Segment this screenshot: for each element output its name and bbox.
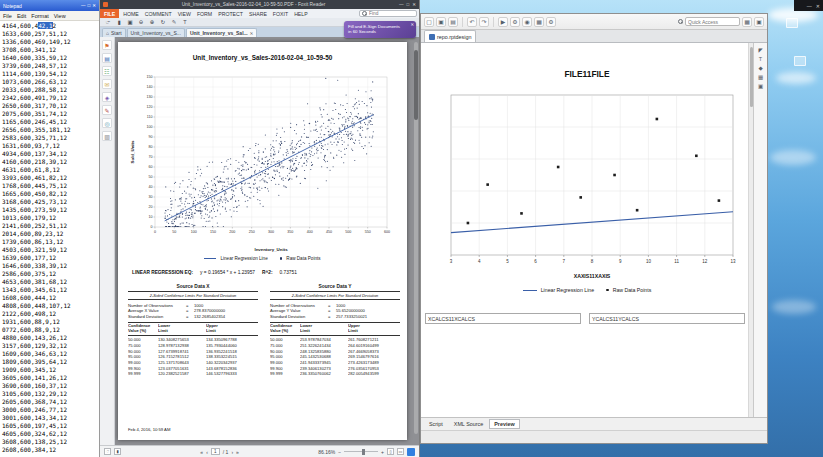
redo-icon[interactable]: ↷ [479, 17, 489, 27]
typewriter-icon[interactable]: T [181, 18, 189, 26]
page-number-input[interactable]: 1 [211, 448, 220, 455]
desktop-icon[interactable] [794, 56, 806, 66]
desktop-icon[interactable] [786, 18, 798, 28]
prev-page-button[interactable]: ‹ [206, 449, 208, 455]
comments-panel-icon[interactable]: ✉ [102, 79, 112, 89]
quick-access-input[interactable] [685, 17, 740, 26]
document-tab[interactable]: Unit_Inventory_vs_Sal...✕ [186, 28, 257, 37]
select-text-icon[interactable]: ▮ [115, 18, 123, 26]
zoom-out-button[interactable]: − [338, 449, 341, 455]
clipboard-panel-icon[interactable]: ▥ [102, 131, 112, 141]
zoom-slider[interactable] [344, 451, 378, 453]
debug-icon[interactable]: ⚙ [510, 17, 520, 27]
toolbar-separator [462, 17, 463, 27]
select-tool-icon[interactable]: ▮ [114, 448, 121, 455]
close-icon[interactable]: ✕ [410, 22, 414, 28]
shapes-tool-icon[interactable]: ◆ [758, 65, 762, 71]
undo-icon[interactable]: ↶ [467, 17, 477, 27]
settings-icon[interactable]: ⚙ [546, 17, 556, 27]
ycalcs-field[interactable]: YCALCS11YCALCS [589, 313, 745, 324]
close-icon[interactable]: ✕ [92, 3, 96, 8]
text-tool-icon[interactable]: T [759, 56, 762, 62]
document-tab[interactable]: ⌂Start [102, 28, 126, 37]
mode-tab-xml-source[interactable]: XML Source [449, 419, 488, 429]
print-icon[interactable]: ▤ [448, 17, 458, 27]
last-page-button[interactable]: » [236, 449, 239, 455]
minimize-icon[interactable]: — [807, 3, 812, 9]
hand-tool-icon[interactable]: ☞ [104, 448, 111, 455]
next-page-button[interactable]: › [231, 449, 233, 455]
cloud [770, 150, 816, 165]
ribbon-tab-help[interactable]: HELP [291, 11, 311, 17]
close-icon[interactable]: ✕ [816, 3, 820, 9]
single-page-view-icon[interactable]: ▯ [387, 448, 394, 455]
notepad-titlebar[interactable]: Notepad — □ ✕ [0, 0, 99, 11]
maximize-icon[interactable]: □ [88, 3, 91, 8]
mode-tab-preview[interactable]: Preview [489, 419, 519, 429]
bookmarks-panel-icon[interactable]: ⚑ [102, 40, 112, 50]
grid-tool-icon[interactable]: ▦ [758, 74, 763, 80]
xcalcs-field[interactable]: XCALCS11XCALCS [425, 313, 581, 324]
svg-text:3: 3 [450, 259, 453, 264]
esign-promo-banner[interactable]: Fill and E-Sign Documents in 60 Seconds … [344, 21, 416, 38]
stat-row: Standard Deviation=257.7333250021 [270, 314, 400, 320]
maximize-icon[interactable]: □ [407, 2, 410, 7]
layers-panel-icon[interactable]: ☷ [102, 66, 112, 76]
ribbon-tab-share[interactable]: SHARE [246, 11, 270, 17]
menu-format[interactable]: Format [31, 13, 48, 19]
fit-width-view-icon[interactable]: ▭ [397, 448, 404, 455]
hand-tool-icon[interactable]: ☞ [104, 18, 112, 26]
editor-tab-rptdesign[interactable]: repo.rptdesign [424, 30, 476, 42]
foxit-titlebar[interactable]: Unit_Inventory_vs_Sales-2016-02-04_10-59… [100, 0, 419, 9]
column-header: Source Data Y [270, 284, 400, 289]
notepad-line: 1343,600,345,61,12 [2, 286, 99, 294]
rotate-view-icon[interactable]: ↻ [159, 18, 167, 26]
menu-edit[interactable]: Edit [17, 13, 26, 19]
scrollbar-thumb[interactable] [414, 50, 418, 120]
canvas-scrollbar[interactable] [748, 43, 753, 417]
signature-panel-icon[interactable]: ✎ [102, 105, 112, 115]
fit-page-view-icon[interactable] [407, 448, 415, 456]
minimize-icon[interactable]: — [81, 3, 86, 8]
preview-icon[interactable]: ◉ [522, 17, 532, 27]
search-panel-icon[interactable]: ◎ [102, 118, 112, 128]
zoom-in-icon[interactable]: ⊕ [148, 18, 156, 26]
notepad-content[interactable]: 4164,600,442,121633,600,257,51,121336,60… [0, 21, 99, 457]
ribbon-tab-view[interactable]: VIEW [175, 11, 194, 17]
zoom-in-button[interactable]: + [381, 449, 384, 455]
find-box[interactable] [359, 10, 417, 17]
document-tab[interactable]: Unit_Inventory_vs_S... [127, 28, 185, 37]
find-input[interactable] [369, 11, 414, 16]
menu-view[interactable]: View [54, 13, 66, 19]
cursor-tool-icon[interactable]: ◤ [758, 47, 762, 53]
mode-tab-script[interactable]: Script [424, 419, 448, 429]
ribbon-tab-foxit[interactable]: FOXIT [270, 11, 291, 17]
ribbon-tab-home[interactable]: HOME [120, 11, 142, 17]
save-icon[interactable]: ▣ [436, 17, 446, 27]
ribbon-tab-protect[interactable]: PROTECT [215, 11, 246, 17]
ribbon-tab-file[interactable]: FILE [100, 9, 119, 18]
menu-file[interactable]: File [3, 13, 12, 19]
run-icon[interactable]: ▶ [498, 17, 508, 27]
close-icon[interactable]: ✕ [412, 2, 416, 7]
new-icon[interactable]: ▢ [424, 17, 434, 27]
palette-icon[interactable]: ▦ [534, 17, 544, 27]
quick-access-box[interactable] [678, 17, 740, 26]
pages-panel-icon[interactable]: ▤ [102, 53, 112, 63]
highlight-icon[interactable]: ✎ [170, 18, 178, 26]
notepad-line: 3000,600,246,77,12 [2, 406, 99, 414]
svg-text:8: 8 [591, 259, 594, 264]
zoom-out-icon[interactable]: ⊖ [137, 18, 145, 26]
zoom-slider-thumb[interactable] [362, 449, 365, 455]
snapshot-icon[interactable]: ▣ [126, 18, 134, 26]
close-icon[interactable]: ✕ [250, 31, 254, 36]
ribbon-tab-form[interactable]: FORM [194, 11, 215, 17]
document-scrollbar[interactable] [414, 42, 418, 434]
attachments-panel-icon[interactable]: ◈ [102, 92, 112, 102]
image-tool-icon[interactable]: ▣ [758, 83, 763, 89]
first-page-button[interactable]: « [200, 449, 203, 455]
report-perspective-icon[interactable]: ▣ [754, 17, 764, 27]
perspective-icon[interactable]: ▦ [742, 17, 752, 27]
ribbon-tab-comment[interactable]: COMMENT [142, 11, 175, 17]
minimize-icon[interactable]: — [399, 2, 404, 7]
